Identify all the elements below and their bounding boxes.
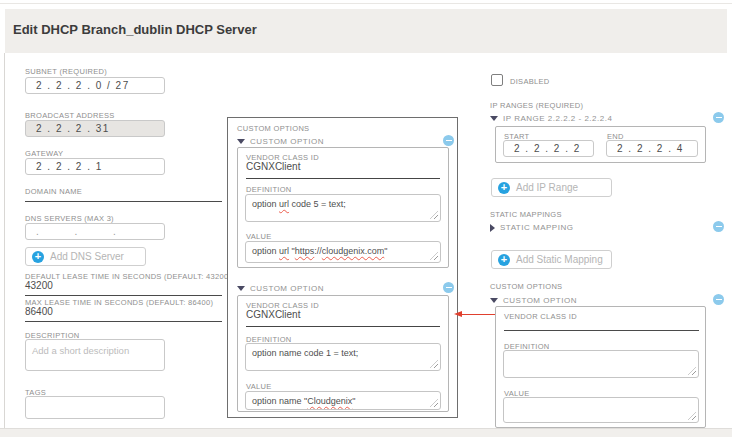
custom-option-2-expander[interactable]: CUSTOM OPTION [237, 284, 324, 293]
resize-handle-icon[interactable] [430, 399, 438, 407]
vendor-class-id-input[interactable]: CGNXClient [246, 309, 300, 320]
ip-range-box: START END [495, 126, 706, 163]
disabled-checkbox[interactable] [491, 74, 503, 86]
page-bottom-band [0, 428, 732, 437]
add-ip-range-label: Add IP Range [516, 182, 578, 193]
broadcast-address-input [25, 120, 165, 137]
right-column: DISABLED IP RANGES (REQUIRED) IP RANGE 2… [489, 60, 732, 437]
minus-icon[interactable] [713, 112, 724, 123]
custom-options-label: CUSTOM OPTIONS [490, 282, 562, 291]
chevron-down-icon [237, 139, 245, 144]
vendor-class-id-underline [246, 178, 440, 179]
page-title: Edit DHCP Branch_dublin DHCP Server [13, 22, 257, 37]
ip-range-expander[interactable]: IP RANGE 2.2.2.2 - 2.2.2.4 [490, 114, 612, 123]
max-lease-input[interactable]: 86400 [25, 306, 222, 322]
minus-icon[interactable] [713, 294, 724, 305]
static-mapping-header-label: STATIC MAPPING [500, 223, 573, 232]
custom-option-2-box: VENDOR CLASS ID CGNXClient DEFINITION op… [237, 295, 449, 412]
dialog-left-border [4, 53, 5, 428]
value-textarea[interactable] [503, 397, 699, 423]
add-dns-server-button[interactable]: + Add DNS Server [25, 247, 146, 266]
gateway-input[interactable] [25, 158, 165, 175]
chevron-down-icon [490, 116, 498, 121]
add-static-mapping-label: Add Static Mapping [516, 254, 603, 265]
add-ip-range-button[interactable]: + Add IP Range [491, 178, 612, 197]
vendor-class-id-input[interactable]: CGNXClient [246, 161, 300, 172]
value-textarea[interactable]: option name "Cloudgenix" [245, 391, 441, 410]
dns-servers-label: DNS SERVERS (MAX 3) [25, 214, 114, 223]
ip-range-header-label: IP RANGE 2.2.2.2 - 2.2.2.4 [503, 114, 612, 123]
definition-textarea[interactable]: option url code 5 = text; [245, 194, 441, 222]
tags-input[interactable] [25, 396, 165, 419]
start-ip-input[interactable] [503, 140, 594, 157]
left-column: SUBNET (REQUIRED) BROADCAST ADDRESS GATE… [20, 60, 230, 432]
chevron-right-icon [490, 224, 495, 232]
minus-icon[interactable] [713, 221, 724, 232]
minus-icon[interactable] [443, 282, 454, 293]
broadcast-address-label: BROADCAST ADDRESS [25, 111, 115, 120]
custom-option-2-header-label: CUSTOM OPTION [250, 284, 324, 293]
add-static-mapping-button[interactable]: + Add Static Mapping [491, 250, 612, 269]
minus-icon[interactable] [443, 135, 454, 146]
custom-option-header-label: CUSTOM OPTION [503, 296, 577, 305]
custom-option-1-box: VENDOR CLASS ID CGNXClient DEFINITION op… [237, 147, 449, 268]
resize-handle-icon[interactable] [688, 412, 696, 420]
definition-textarea[interactable]: option name code 1 = text; [245, 343, 441, 371]
annotation-arrow-line [461, 314, 495, 315]
disabled-label: DISABLED [510, 77, 550, 86]
custom-option-expander[interactable]: CUSTOM OPTION [490, 296, 577, 305]
end-ip-input[interactable] [606, 140, 698, 157]
vendor-class-id-input[interactable] [504, 315, 699, 331]
resize-handle-icon[interactable] [688, 367, 696, 375]
value-label: VALUE [246, 382, 272, 391]
static-mappings-label: STATIC MAPPINGS [490, 210, 562, 219]
subnet-input[interactable] [25, 77, 165, 94]
custom-option-1-header-label: CUSTOM OPTION [250, 137, 324, 146]
top-divider [0, 3, 732, 4]
ip-ranges-label: IP RANGES (REQUIRED) [490, 101, 583, 110]
value-textarea[interactable]: option url "https://cloudgenix.com" [245, 241, 441, 263]
custom-options-panel: CUSTOM OPTIONS CUSTOM OPTION VENDOR CLAS… [227, 117, 458, 418]
chevron-down-icon [490, 298, 498, 303]
custom-option-1-expander[interactable]: CUSTOM OPTION [237, 137, 324, 146]
add-dns-server-label: Add DNS Server [50, 251, 124, 262]
subnet-label: SUBNET (REQUIRED) [25, 67, 107, 76]
plus-icon: + [498, 254, 510, 266]
chevron-down-icon [237, 286, 245, 291]
static-mapping-expander[interactable]: STATIC MAPPING [490, 223, 573, 232]
annotation-arrow-head [454, 311, 462, 317]
default-lease-input[interactable]: 43200 [25, 280, 222, 296]
resize-handle-icon[interactable] [430, 252, 438, 260]
domain-name-input[interactable] [25, 188, 222, 202]
definition-label: DEFINITION [246, 185, 292, 194]
custom-option-box: VENDOR CLASS ID DEFINITION VALUE [495, 306, 706, 428]
description-textarea[interactable] [25, 339, 165, 371]
custom-options-title: CUSTOM OPTIONS [237, 124, 309, 133]
resize-handle-icon[interactable] [430, 211, 438, 219]
dns-servers-input[interactable] [25, 223, 165, 240]
definition-textarea[interactable] [503, 350, 699, 378]
plus-icon: + [32, 251, 44, 263]
resize-handle-icon[interactable] [430, 360, 438, 368]
plus-icon: + [498, 182, 510, 194]
gateway-label: GATEWAY [25, 149, 63, 158]
vendor-class-id-underline [246, 326, 440, 327]
value-label: VALUE [246, 232, 272, 241]
dialog-header: Edit DHCP Branch_dublin DHCP Server [5, 9, 727, 53]
